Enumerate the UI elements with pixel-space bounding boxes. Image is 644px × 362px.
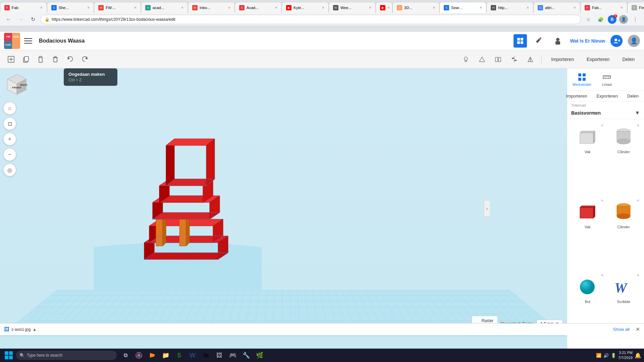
- shape-item-cilinder-gray[interactable]: ★ Cilinder: [606, 122, 642, 196]
- tab-close-fab1[interactable]: ×: [40, 5, 43, 10]
- new-shape-btn[interactable]: [5, 53, 17, 66]
- tab-close-she[interactable]: ×: [87, 5, 90, 10]
- tab-acad2[interactable]: A Acad... ×: [235, 2, 282, 13]
- tab-she[interactable]: S She... ×: [47, 2, 94, 13]
- tab-close-inbox[interactable]: ×: [228, 5, 230, 10]
- tab-close-http[interactable]: ×: [527, 5, 529, 10]
- tab-fab1[interactable]: F Fab ×: [0, 2, 47, 13]
- tab-close-fab2[interactable]: ×: [621, 5, 623, 10]
- network-icon[interactable]: 📶: [596, 353, 601, 358]
- tab-fina[interactable]: F Fina... ×: [627, 2, 644, 13]
- grid-view-icon-btn[interactable]: [514, 34, 527, 48]
- bookmark-icon[interactable]: ☆: [584, 15, 593, 24]
- mirror-icon-btn[interactable]: [492, 53, 504, 66]
- copy-btn[interactable]: [19, 53, 32, 66]
- tinkercad-logo[interactable]: TIN KER CAD: [4, 33, 20, 49]
- tab-close-wee[interactable]: ×: [369, 5, 371, 10]
- avatar[interactable]: 👤: [628, 35, 640, 47]
- shape-item-cilinder-orange[interactable]: ★ Cilinder: [606, 197, 642, 271]
- tab-close-yt2[interactable]: ×: [387, 5, 390, 10]
- tab-sear[interactable]: S Sear... ×: [439, 2, 486, 13]
- zoom-in-btn[interactable]: +: [3, 133, 16, 145]
- shapes-dropdown-value: Basisvormen: [571, 110, 601, 116]
- undo-btn[interactable]: [64, 53, 76, 66]
- reload-button[interactable]: ↻: [28, 15, 38, 24]
- tab-close-fw[interactable]: ×: [134, 5, 137, 10]
- clock[interactable]: 3:21 PM 7/7/2019: [618, 350, 633, 361]
- tab-yt2[interactable]: ▶ ×: [376, 2, 392, 13]
- profile-avatar[interactable]: 👤: [619, 15, 628, 24]
- app11[interactable]: 🌿: [254, 349, 266, 361]
- tab-http[interactable]: H http... ×: [486, 2, 533, 13]
- sublime-app[interactable]: [146, 349, 158, 361]
- menu-icon[interactable]: [23, 36, 34, 46]
- start-button[interactable]: [3, 349, 15, 361]
- app10[interactable]: 🔧: [240, 349, 252, 361]
- tab-close-attri[interactable]: ×: [574, 5, 576, 10]
- tab-close-acad1[interactable]: ×: [181, 5, 183, 10]
- tab-fw[interactable]: M FW:... ×: [94, 2, 141, 13]
- home-view-btn[interactable]: ⌂: [3, 102, 16, 115]
- paste-btn[interactable]: [34, 53, 47, 66]
- liniaal-btn[interactable]: Liniaal: [599, 71, 614, 88]
- flip-icon-btn[interactable]: [524, 53, 537, 66]
- importeren-btn[interactable]: Importeren: [546, 55, 579, 64]
- fit-view-btn[interactable]: ⊡: [3, 117, 16, 130]
- ss-app[interactable]: S: [173, 349, 185, 361]
- store-app[interactable]: 🛍: [200, 349, 212, 361]
- delen-btn[interactable]: Delen: [618, 55, 639, 64]
- delete-btn[interactable]: [49, 53, 62, 66]
- hammer-icon-btn[interactable]: [532, 34, 546, 48]
- taskview-btn[interactable]: ⧉: [119, 349, 131, 361]
- importeren-right-btn[interactable]: Importeren: [564, 92, 590, 100]
- wat-is-nieuw-btn[interactable]: Wat Is Er Nieuw: [570, 38, 605, 44]
- tab-close-sear[interactable]: ×: [480, 5, 482, 10]
- download-expand-chevron[interactable]: ▲: [33, 327, 37, 332]
- taskbar-search-box[interactable]: 🔍 Type here to search: [16, 351, 117, 360]
- shape-item-vak-gray[interactable]: ★ Vak: [570, 122, 605, 196]
- tab-attri[interactable]: G attri... ×: [533, 2, 580, 13]
- battery-icon[interactable]: 🔋: [611, 353, 616, 358]
- tab-fab2[interactable]: F Fab... ×: [580, 2, 627, 13]
- download-close-btn[interactable]: ✕: [636, 326, 640, 333]
- collapse-panel-btn[interactable]: ›: [484, 200, 490, 217]
- chrome-app[interactable]: [133, 349, 145, 361]
- tab-wee[interactable]: W Wee... ×: [329, 2, 376, 13]
- back-button[interactable]: ←: [4, 15, 13, 24]
- user-add-icon[interactable]: [610, 35, 623, 47]
- tab-3d[interactable]: 3 3D... ×: [392, 2, 439, 13]
- perspective-btn[interactable]: ◎: [3, 164, 16, 176]
- profile-badge[interactable]: B 3: [608, 15, 616, 24]
- show-all-btn[interactable]: Show all: [613, 327, 630, 332]
- werkvenster-btn[interactable]: Werkvenster: [570, 71, 594, 88]
- tab-inbox[interactable]: M Inbo... ×: [188, 2, 235, 13]
- delen-right-btn[interactable]: Delen: [625, 92, 641, 100]
- app9[interactable]: 🎮: [227, 349, 239, 361]
- align-icon-btn[interactable]: [508, 53, 521, 66]
- tab-close-kyle[interactable]: ×: [322, 5, 324, 10]
- shape-icon-btn[interactable]: [476, 53, 488, 66]
- tab-acad1[interactable]: A acad... ×: [141, 2, 188, 13]
- tab-close-3d[interactable]: ×: [433, 5, 435, 10]
- extension-icon[interactable]: 🧩: [596, 15, 605, 24]
- explorer-app[interactable]: 📁: [160, 349, 172, 361]
- exporteren-right-btn[interactable]: Exporteren: [594, 92, 621, 100]
- tab-kyle[interactable]: ▶ Kyle... ×: [282, 2, 329, 13]
- address-bar[interactable]: 🔒 https://www.tinkercad.com/things/c20Y2…: [40, 15, 581, 24]
- exporteren-btn[interactable]: Exporteren: [582, 55, 614, 64]
- redo-btn[interactable]: [78, 53, 91, 66]
- shape-item-vak-red[interactable]: ★ Vak: [570, 197, 605, 271]
- tab-close-acad2[interactable]: ×: [275, 5, 277, 10]
- notifications-icon[interactable]: 🔔: [635, 352, 641, 359]
- person-icon-btn[interactable]: [551, 34, 565, 48]
- shapes-dropdown[interactable]: Basisvormen ▼: [567, 107, 644, 119]
- forward-button[interactable]: →: [16, 15, 25, 24]
- cube-view[interactable]: FRONT RIGHT: [3, 72, 30, 99]
- menu-button[interactable]: ⋮: [631, 15, 640, 24]
- app8[interactable]: 🖼: [213, 349, 225, 361]
- light-icon-btn[interactable]: [460, 53, 472, 66]
- zoom-out-btn[interactable]: −: [3, 148, 16, 161]
- viewport[interactable]: FRONT RIGHT ⌂ ⊡ + − ◎: [0, 68, 567, 349]
- word-app[interactable]: W: [186, 349, 199, 361]
- volume-icon[interactable]: 🔊: [603, 353, 609, 358]
